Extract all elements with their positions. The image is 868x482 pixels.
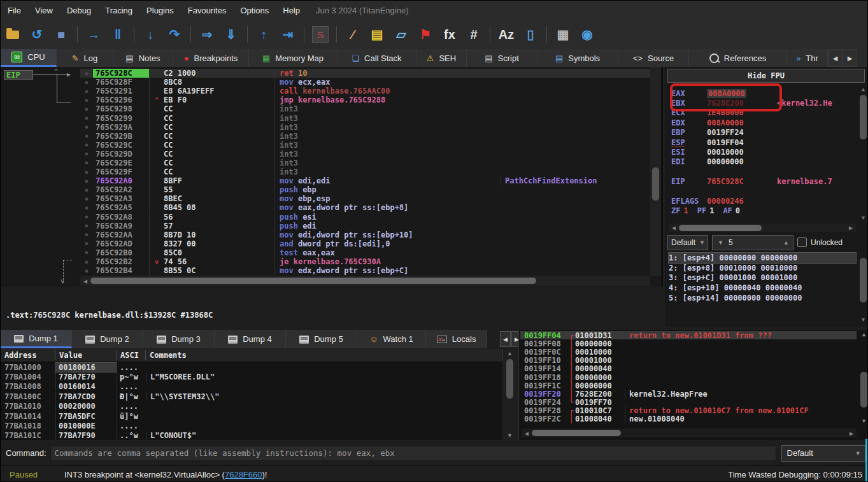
- stack-hscrollbar[interactable]: ◀ ▶: [522, 429, 857, 437]
- scroll-thumb[interactable]: [90, 278, 536, 284]
- disasm-row[interactable]: ●765C92AD8327 00and dword ptr ds:[edi],0: [80, 239, 651, 248]
- breakpoint-dot-icon[interactable]: ●: [80, 133, 93, 139]
- breakpoint-dot-icon[interactable]: ●: [80, 124, 93, 130]
- scroll-thumb[interactable]: [679, 225, 762, 231]
- open-file-button[interactable]: [2, 24, 24, 45]
- breakpoint-dot-icon[interactable]: ●: [80, 160, 93, 166]
- stack-row[interactable]: 0019FF20│7628E200kernel32.HeapFree: [520, 390, 857, 398]
- tab-dump-5[interactable]: Dump 5: [286, 330, 357, 348]
- argument-row[interactable]: 1: [esp+4] 00000000 00000000: [669, 253, 856, 263]
- register-row-eip[interactable]: EIP765C928Ckernelbase.7: [671, 177, 856, 187]
- argument-row[interactable]: 5: [esp+14] 00000000 00000000: [669, 293, 856, 303]
- dump-row[interactable]: 77BA101477BA5DFCü]°w: [1, 411, 502, 421]
- case-convert-button[interactable]: Az: [495, 24, 517, 45]
- dump-col-header-comments[interactable]: Comments: [146, 350, 502, 360]
- breakpoint-dot-icon[interactable]: ●: [80, 232, 93, 237]
- tab-watch-1[interactable]: ☺Watch 1: [357, 330, 426, 348]
- disasm-row[interactable]: ●765C929BCCint3: [80, 132, 651, 141]
- unlocked-checkbox[interactable]: [797, 237, 807, 247]
- tab-dump-1[interactable]: Dump 1: [1, 330, 72, 348]
- hash-button[interactable]: #: [463, 24, 485, 45]
- breakpoint-dot-icon[interactable]: ●: [80, 250, 93, 255]
- disasm-row[interactable]: ●765C9298CCint3: [80, 104, 651, 113]
- calling-convention-dropdown[interactable]: Default (stdc ▼: [667, 235, 708, 250]
- scroll-thumb[interactable]: [860, 258, 867, 302]
- breakpoint-address-link[interactable]: 7628F660: [225, 470, 262, 479]
- disassembly-panel[interactable]: EIP ▶ ^ v ●765C928CC2 1000ret 10●765C928…: [1, 67, 663, 287]
- disassembly-hscrollbar[interactable]: ◀: [80, 276, 650, 286]
- stack-row[interactable]: 0019FF1C│00000000: [520, 381, 857, 390]
- disasm-row[interactable]: ●765C92A38BECmov ebp,esp: [80, 194, 651, 203]
- disasm-row[interactable]: ●765C92AA8B7D 10mov edi,dword ptr ss:[eb…: [80, 230, 651, 239]
- spinner-up-icon[interactable]: ▲: [779, 239, 793, 246]
- function-button[interactable]: fx: [439, 24, 460, 45]
- breakpoint-dot-icon[interactable]: ●: [80, 97, 93, 103]
- dump-row[interactable]: 77BA101000020000....: [1, 402, 502, 411]
- disasm-row[interactable]: ●765C92A255push ebp: [80, 185, 651, 194]
- menu-view[interactable]: View: [28, 6, 60, 15]
- disasm-row[interactable]: ●765C92B085C0test eax,eax: [80, 248, 651, 257]
- disasm-row[interactable]: ●765C929CCCint3: [80, 141, 651, 150]
- patch-button[interactable]: ∕: [342, 24, 364, 45]
- registers-hscrollbar[interactable]: ◀ ▶: [669, 223, 856, 232]
- stack-row[interactable]: 0019FF08│00000000: [520, 339, 857, 348]
- dump-panel[interactable]: AddressValueASCIComments 77BA10000018001…: [1, 349, 502, 440]
- arg-count-spinner[interactable]: ▼ 5 ▲: [712, 235, 793, 250]
- scroll-left-icon[interactable]: ◀: [669, 224, 679, 231]
- scroll-right-icon[interactable]: ▶: [846, 224, 856, 231]
- disasm-row[interactable]: ●765C9291E8 6A19FEFFcall kernelbase.765A…: [80, 87, 651, 96]
- trace-over-button[interactable]: ⇒: [196, 24, 218, 45]
- disasm-row[interactable]: ●765C92B48B55 0Cmov edx,dword ptr ss:[eb…: [80, 266, 651, 275]
- memory-trace-button[interactable]: ▯: [520, 24, 541, 45]
- scroll-down-icon[interactable]: ▼: [859, 418, 868, 424]
- execute-till-return-button[interactable]: ↑: [253, 24, 274, 45]
- scroll-up-icon[interactable]: ▲: [859, 331, 868, 337]
- stack-row[interactable]: 0019FF0C│00010000: [520, 348, 857, 356]
- tab-dump-3[interactable]: Dump 3: [143, 330, 215, 348]
- register-row-esp[interactable]: ESP0019FF04: [671, 138, 856, 147]
- register-row-eflags[interactable]: EFLAGS00000246: [671, 196, 856, 206]
- tab-thr[interactable]: »Thr: [787, 49, 828, 67]
- dump-row[interactable]: 77BA101C77BA7F90..°wL"CONOUT$": [1, 431, 502, 440]
- stack-row[interactable]: 0019FF10│00001000: [520, 357, 857, 365]
- dump-tabs-scroll-left[interactable]: ◀: [500, 331, 511, 347]
- dump-col-header-address[interactable]: Address: [1, 350, 55, 360]
- scroll-thumb[interactable]: [506, 359, 513, 399]
- breakpoint-dot-icon[interactable]: ●: [80, 142, 93, 148]
- command-profile-dropdown[interactable]: Default ▼: [781, 445, 865, 462]
- breakpoint-dot-icon[interactable]: ●: [80, 214, 93, 220]
- scroll-down-icon[interactable]: ▼: [859, 316, 867, 323]
- stack-row[interactable]: 0019FF14│00000040: [520, 365, 857, 373]
- stack-row[interactable]: 0019FF18│00000000: [520, 373, 857, 381]
- menu-favourites[interactable]: Favourites: [181, 6, 234, 15]
- script-toggle-button[interactable]: S: [309, 24, 331, 45]
- breakpoint-dot-icon[interactable]: ●: [80, 80, 93, 85]
- step-into-button[interactable]: ↓: [139, 24, 161, 45]
- scroll-up-icon[interactable]: ▲: [503, 350, 516, 357]
- breakpoint-dot-icon[interactable]: ●: [80, 106, 93, 112]
- scroll-thumb[interactable]: [860, 95, 867, 139]
- tab-source[interactable]: <>Source: [618, 49, 689, 67]
- dump-col-header-asci[interactable]: ASCI: [117, 350, 146, 360]
- menu-tracing[interactable]: Tracing: [98, 6, 139, 15]
- stack-vscrollbar[interactable]: ▲ ▼: [859, 331, 868, 424]
- tab-memory-map[interactable]: ▦Memory Map: [249, 49, 338, 67]
- scroll-up-icon[interactable]: ▲: [859, 86, 867, 92]
- dump-vscrollbar[interactable]: ▲ ▼: [503, 349, 516, 440]
- breakpoint-dot-icon[interactable]: ●: [80, 223, 93, 229]
- scroll-down-icon[interactable]: ▼: [503, 432, 516, 439]
- dump-row[interactable]: 77BA100000180016....: [1, 362, 502, 372]
- disasm-row[interactable]: ●765C928CC2 1000ret 10: [80, 69, 651, 78]
- disasm-row[interactable]: ●765C929FCCint3: [80, 167, 651, 176]
- spinner-down-icon[interactable]: ▼: [713, 239, 729, 246]
- tab-notes[interactable]: ▤Notes: [113, 49, 173, 67]
- scroll-down-icon[interactable]: ▼: [859, 215, 867, 221]
- bookmark-button[interactable]: ⚑: [415, 24, 436, 45]
- tab-script[interactable]: ▤Script: [467, 49, 537, 67]
- breakpoint-dot-icon[interactable]: ●: [80, 187, 93, 193]
- flag-af[interactable]: AF0: [723, 206, 740, 215]
- breakpoint-dot-icon[interactable]: ●: [80, 259, 93, 265]
- stack-row[interactable]: 0019FF2C│01008040new.01008040: [520, 415, 857, 423]
- disassembly-vscrollbar[interactable]: [650, 67, 661, 276]
- scroll-right-icon[interactable]: ▶: [846, 430, 857, 437]
